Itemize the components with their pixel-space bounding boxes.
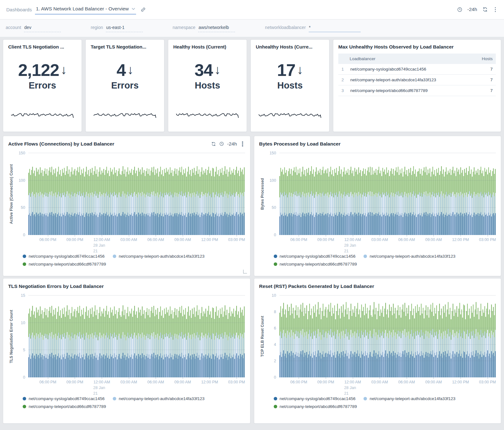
x-tick-mark: [461, 377, 461, 379]
chart-title: TLS Negotiation Errors by Load Balancer: [8, 284, 104, 289]
chart-kebab-menu-icon[interactable]: [240, 141, 245, 147]
x-tick-mark: [75, 235, 75, 237]
x-tick-mark: [433, 235, 434, 237]
x-tick-label: 09:00 PM: [317, 380, 334, 384]
stat-value: 17: [277, 60, 295, 79]
y-tick-label: 0: [274, 233, 276, 237]
max-unhealthy-hosts-table-panel: Max Unhealthy Hosts Observed by Load Bal…: [333, 40, 501, 132]
legend-item[interactable]: net/company-syslog/abcd6749ccac1456: [274, 396, 356, 401]
x-tick-label: 09:00 PM: [66, 238, 83, 242]
x-tick-label: 09:00 PM: [66, 380, 83, 384]
y-axis-ticks: 050100150: [14, 153, 28, 235]
row-index: 2: [338, 75, 347, 85]
y-axis-label: Bytes Processed: [259, 153, 266, 235]
legend-item[interactable]: net/company-teleport/abcd66cdf6787789: [274, 404, 357, 409]
legend-dot-icon: [23, 262, 26, 266]
x-axis-ticks: 06:00 PM09:00 PM12:00 AM28 Jan2103:00 AM…: [279, 235, 496, 253]
bar-chart-plot[interactable]: [279, 295, 496, 377]
legend-item[interactable]: net/company-teleport/abcd66cdf6787789: [274, 262, 357, 267]
legend-item[interactable]: net/company-teleport-auth/abcdce14fa33f1…: [113, 396, 204, 401]
trend-down-icon: ↓: [127, 63, 133, 77]
x-tick-mark: [209, 377, 210, 379]
bar-chart-plot[interactable]: [28, 295, 245, 377]
filter-account[interactable]: account dev: [6, 24, 61, 32]
filter-namespace[interactable]: namespace aws/networkelb: [173, 24, 235, 32]
x-axis-date-label: 28 Jan21: [344, 243, 356, 254]
trend-down-icon: ↓: [61, 63, 67, 77]
gridline: [28, 207, 245, 208]
table-row[interactable]: 2net/company-teleport-auth/abcdce14fa33f…: [338, 75, 496, 85]
clock-icon[interactable]: [219, 141, 224, 146]
gridline: [279, 295, 496, 295]
gridline: [279, 361, 496, 361]
column-header-loadbalancer[interactable]: Loadbalancer: [338, 54, 472, 64]
time-range-label[interactable]: -24h: [467, 7, 477, 12]
bar-chart-plot[interactable]: [279, 153, 496, 235]
legend-label: net/company-teleport-auth/abcdce14fa33f1…: [119, 254, 204, 259]
table-row[interactable]: 1net/company-syslog/abcd6749ccac14567: [338, 64, 496, 75]
x-tick-label: 09:00 AM: [174, 380, 191, 384]
legend-item[interactable]: net/company-teleport/abcd66cdf6787789: [23, 262, 106, 267]
filter-region[interactable]: region us-east-1: [91, 24, 143, 32]
breadcrumb[interactable]: Dashboards: [6, 7, 32, 12]
chart-panel-active-flows: Active Flows (Connections) by Load Balan…: [3, 136, 250, 276]
share-link-icon[interactable]: [140, 7, 146, 12]
clock-icon[interactable]: [457, 7, 462, 12]
y-tick-label: 50: [21, 205, 25, 210]
sparkline: [176, 112, 239, 127]
x-tick-label: 12:00 PM: [452, 380, 469, 384]
legend-label: net/company-syslog/abcd6749ccac1456: [280, 396, 356, 401]
column-header-hosts[interactable]: Hosts: [472, 54, 496, 64]
hosts-count: 7: [472, 85, 496, 96]
panel-resize-handle[interactable]: [243, 270, 247, 273]
kebab-menu-icon[interactable]: [493, 7, 498, 13]
x-tick-mark: [183, 377, 183, 379]
filter-networkloadbalancer[interactable]: networkloadbalancer *: [265, 24, 360, 32]
refresh-icon[interactable]: [482, 7, 488, 12]
trend-down-icon: ↓: [297, 63, 303, 77]
bar-chart-plot[interactable]: [28, 153, 245, 235]
filter-label: account: [6, 25, 21, 30]
x-tick-mark: [156, 377, 156, 379]
legend-item[interactable]: net/company-teleport-auth/abcdce14fa33f1…: [364, 396, 455, 401]
chart-title: Reset (RST) Packets Generated by Load Ba…: [259, 284, 374, 289]
y-tick-label: 8: [274, 310, 276, 314]
filter-value-input[interactable]: *: [309, 24, 361, 32]
x-tick-label: 06:00 PM: [39, 380, 56, 384]
x-tick-label: 12:00 PM: [201, 380, 218, 384]
filter-value-input[interactable]: aws/networkelb: [198, 24, 235, 32]
x-axis-date-label: 28 Jan21: [93, 385, 105, 396]
stat-unit: Errors: [8, 80, 77, 91]
y-tick-label: 150: [270, 151, 276, 155]
table-row[interactable]: 3net/company-teleport/abcd66cdf67877897: [338, 85, 496, 96]
legend-item[interactable]: net/company-teleport/abcd66cdf6787789: [23, 404, 106, 409]
gridline: [279, 207, 496, 208]
legend-item[interactable]: net/company-syslog/abcd6749ccac1456: [274, 254, 356, 259]
chart-time-range[interactable]: -24h: [227, 141, 237, 147]
legend-label: net/company-teleport/abcd66cdf6787789: [280, 262, 357, 267]
legend-label: net/company-teleport-auth/abcdce14fa33f1…: [369, 254, 455, 259]
refresh-icon[interactable]: [211, 141, 216, 146]
stat-value: 4: [117, 60, 126, 79]
legend-label: net/company-teleport-auth/abcdce14fa33f1…: [119, 396, 204, 401]
x-tick-mark: [183, 235, 183, 237]
x-tick-mark: [461, 235, 461, 237]
x-tick-label: 12:00 AM: [344, 380, 361, 384]
legend-dot-icon: [113, 255, 116, 258]
dashboard-title-dropdown[interactable]: 1. AWS Network Load Balancer - Overview: [35, 5, 136, 14]
legend-dot-icon: [364, 397, 367, 400]
legend-item[interactable]: net/company-teleport-auth/abcdce14fa33f1…: [364, 254, 455, 259]
x-tick-label: 06:00 AM: [147, 380, 164, 384]
filter-value-input[interactable]: dev: [24, 24, 61, 32]
legend-item[interactable]: net/company-syslog/abcd6749ccac1456: [23, 396, 105, 401]
chart-controls: -24h: [211, 141, 245, 147]
x-tick-label: 03:00 PM: [228, 238, 245, 242]
x-tick-mark: [129, 377, 129, 379]
x-tick-label: 06:00 AM: [147, 238, 164, 242]
stat-card-target-tls: Target TLS Negotiation... 4↓ Errors: [86, 40, 164, 132]
x-tick-mark: [433, 377, 434, 379]
legend-item[interactable]: net/company-syslog/abcd6749ccac1456: [23, 254, 105, 259]
stat-value: 34: [194, 60, 213, 79]
filter-value-input[interactable]: us-east-1: [106, 24, 143, 32]
legend-item[interactable]: net/company-teleport-auth/abcdce14fa33f1…: [113, 254, 204, 259]
